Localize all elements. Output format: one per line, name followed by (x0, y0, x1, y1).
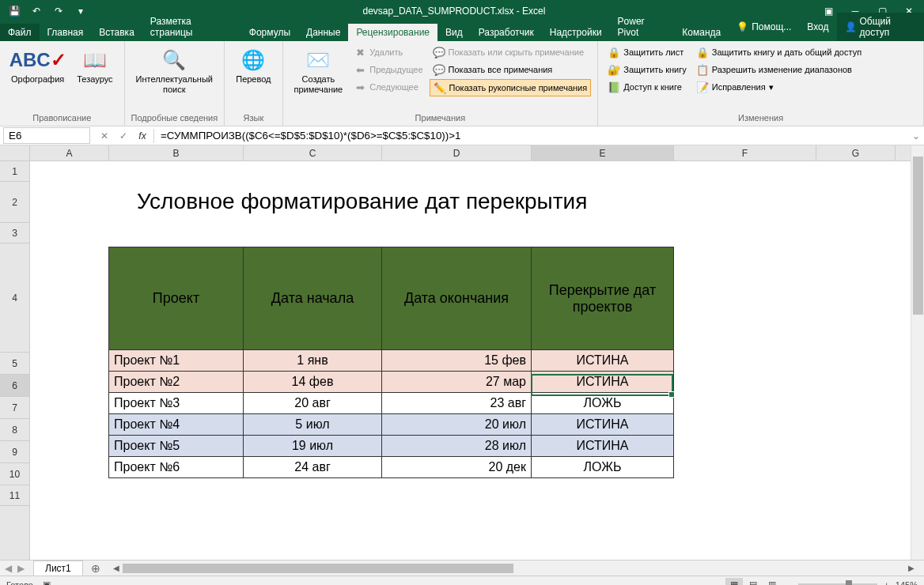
macro-record-icon[interactable]: ▣ (43, 579, 51, 585)
save-icon[interactable]: 💾 (6, 3, 22, 19)
cell-ovr[interactable]: ЛОЖЬ (532, 457, 674, 478)
zoom-in-icon[interactable]: + (884, 580, 888, 586)
row-header-10[interactable]: 10 (0, 463, 29, 485)
smart-lookup-button[interactable]: 🔍 Интеллектуальный поиск (131, 44, 218, 98)
sign-in[interactable]: Вход (799, 18, 836, 36)
sheet-nav-prev-icon[interactable]: ◀ (5, 563, 16, 574)
protect-sheet-button[interactable]: 🔒Защитить лист (604, 44, 690, 60)
tell-me[interactable]: 💡Помощ... (729, 18, 799, 36)
qat-customize-icon[interactable]: ▾ (73, 3, 89, 19)
cell-ovr[interactable]: ИСТИНА (532, 436, 674, 457)
cell-end[interactable]: 27 мар (382, 372, 532, 393)
scroll-left-icon[interactable]: ◀ (110, 562, 123, 575)
row-header-5[interactable]: 5 (0, 353, 29, 375)
row-header-4[interactable]: 4 (0, 243, 29, 353)
share-workbook-button[interactable]: 📗Доступ к книге (604, 79, 690, 95)
tab-разметка-страницы[interactable]: Разметка страницы (142, 13, 241, 41)
protect-workbook-button[interactable]: 🔐Защитить книгу (604, 62, 690, 77)
cancel-formula-icon[interactable]: ✕ (97, 129, 112, 143)
tab-главная[interactable]: Главная (40, 24, 92, 41)
cell-end[interactable]: 23 авг (382, 393, 532, 414)
show-all-comments-button[interactable]: 💬Показать все примечания (430, 62, 592, 77)
tab-разработчик[interactable]: Разработчик (471, 24, 542, 41)
cell-start[interactable]: 24 авг (244, 457, 382, 478)
cell-proj[interactable]: Проект №3 (109, 393, 244, 414)
cell-proj[interactable]: Проект №6 (109, 457, 244, 478)
translate-button[interactable]: 🌐 Перевод (231, 44, 275, 88)
cell-end[interactable]: 28 июл (382, 436, 532, 457)
row-header-11[interactable]: 11 (0, 485, 29, 506)
thesaurus-button[interactable]: 📖 Тезаурус (72, 44, 117, 88)
row-header-7[interactable]: 7 (0, 397, 29, 419)
insert-function-icon[interactable]: fx (134, 129, 150, 143)
view-page-layout-icon[interactable]: ▤ (744, 578, 762, 586)
horizontal-scrollbar[interactable]: ◀ ▶ (110, 562, 918, 575)
cell-end[interactable]: 20 дек (382, 457, 532, 478)
row-header-9[interactable]: 9 (0, 441, 29, 463)
col-header-G[interactable]: G (816, 145, 896, 160)
zoom-handle[interactable] (846, 580, 852, 586)
row-header-2[interactable]: 2 (0, 182, 29, 223)
col-header-B[interactable]: B (109, 145, 244, 160)
redo-icon[interactable]: ↷ (51, 3, 66, 19)
col-header-D[interactable]: D (382, 145, 532, 160)
cell-ovr[interactable]: ЛОЖЬ (532, 393, 674, 414)
show-ink-button[interactable]: ✏️Показать рукописные примечания (430, 79, 592, 96)
tab-power-pivot[interactable]: Power Pivot (610, 13, 675, 41)
cell-ovr[interactable]: ИСТИНА (532, 414, 674, 436)
cell-start[interactable]: 5 июл (244, 414, 382, 436)
cell-end[interactable]: 15 фев (382, 350, 532, 372)
tab-рецензирование[interactable]: Рецензирование (348, 24, 437, 41)
cell-proj[interactable]: Проект №1 (109, 350, 244, 372)
enter-formula-icon[interactable]: ✓ (116, 129, 131, 143)
col-header-A[interactable]: A (30, 145, 109, 160)
cell-end[interactable]: 20 июл (382, 414, 532, 436)
row-header-1[interactable]: 1 (0, 161, 29, 182)
cell-start[interactable]: 19 июл (244, 436, 382, 457)
spelling-button[interactable]: ABC✓ Орфография (6, 44, 69, 88)
tab-надстройки[interactable]: Надстройки (542, 24, 610, 41)
add-sheet-button[interactable]: ⊕ (88, 562, 104, 575)
undo-icon[interactable]: ↶ (28, 3, 44, 19)
view-page-break-icon[interactable]: ▥ (763, 578, 781, 586)
allow-edit-ranges-button[interactable]: 📋Разрешить изменение диапазонов (693, 62, 865, 77)
scrollbar-thumb[interactable] (123, 564, 514, 573)
tab-формулы[interactable]: Формулы (241, 24, 298, 41)
tab-данные[interactable]: Данные (298, 24, 348, 41)
col-header-F[interactable]: F (674, 145, 816, 160)
cell-start[interactable]: 1 янв (244, 350, 382, 372)
cell-start[interactable]: 20 авг (244, 393, 382, 414)
select-all-corner[interactable] (0, 145, 30, 161)
cell-start[interactable]: 14 фев (244, 372, 382, 393)
col-header-C[interactable]: C (244, 145, 382, 160)
formula-input[interactable] (154, 128, 908, 143)
expand-formula-bar-icon[interactable]: ⌄ (908, 130, 924, 142)
zoom-out-icon[interactable]: − (787, 580, 792, 586)
tab-вставка[interactable]: Вставка (91, 24, 142, 41)
cell-ovr[interactable]: ИСТИНА (532, 372, 674, 393)
cell-proj[interactable]: Проект №4 (109, 414, 244, 436)
zoom-level[interactable]: 145% (896, 580, 918, 586)
row-header-3[interactable]: 3 (0, 223, 29, 243)
col-header-E[interactable]: E (532, 145, 674, 160)
scrollbar-thumb[interactable] (913, 157, 923, 315)
sheet-nav-next-icon[interactable]: ▶ (17, 563, 28, 574)
scroll-right-icon[interactable]: ▶ (905, 562, 918, 575)
row-header-6[interactable]: 6 (0, 375, 29, 397)
protect-share-button[interactable]: 🔒Защитить книгу и дать общий доступ (693, 44, 865, 60)
view-normal-icon[interactable]: ▦ (725, 578, 743, 586)
sheet-tab[interactable]: Лист1 (33, 560, 83, 576)
track-changes-button[interactable]: 📝Исправления ▾ (693, 79, 865, 95)
vertical-scrollbar[interactable] (911, 145, 924, 560)
row-header-8[interactable]: 8 (0, 419, 29, 441)
cell-proj[interactable]: Проект №2 (109, 372, 244, 393)
name-box[interactable] (3, 127, 90, 144)
cell-proj[interactable]: Проект №5 (109, 436, 244, 457)
tab-команда[interactable]: Команда (674, 24, 729, 41)
tab-file[interactable]: Файл (0, 24, 40, 41)
spreadsheet-grid[interactable]: 1234567891011 ABCDEFG Условное форматиро… (0, 145, 924, 560)
cell-ovr[interactable]: ИСТИНА (532, 350, 674, 372)
new-comment-button[interactable]: ✉️ Создать примечание (290, 44, 348, 98)
tab-вид[interactable]: Вид (437, 24, 471, 41)
share-button[interactable]: 👤 Общий доступ (837, 13, 925, 41)
